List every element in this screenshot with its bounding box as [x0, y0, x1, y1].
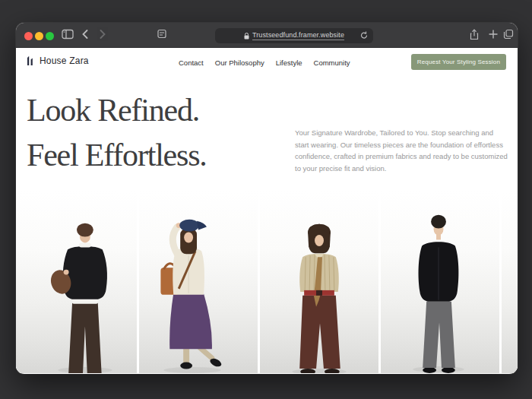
model-3-illustration	[260, 191, 378, 373]
model-4-hair	[431, 215, 446, 229]
model-photo-4	[381, 191, 499, 373]
site-header: House Zara Contact Our Philosophy Lifest…	[16, 48, 518, 78]
house-zara-logo-icon	[27, 55, 35, 66]
address-bar[interactable]: Trustseedfund.framer.website	[215, 28, 373, 43]
model-photo-1	[16, 191, 137, 373]
hero-heading-line1: Look Refined.	[27, 88, 207, 133]
nav-item-contact[interactable]: Contact	[179, 59, 204, 67]
model-2-cap-brim	[197, 221, 207, 230]
model-4-shoe-left	[423, 367, 436, 373]
hero-paragraph: Your Signature Wardrobe, Tailored to You…	[295, 127, 508, 174]
model-photo-3	[260, 191, 378, 373]
share-icon[interactable]	[470, 29, 479, 40]
model-2-cap	[179, 220, 199, 232]
nav-item-our-philosophy[interactable]: Our Philosophy	[215, 59, 264, 67]
model-photo-5-partial	[502, 191, 518, 373]
zoom-window-button[interactable]	[46, 32, 54, 40]
hero-heading-line2: Feel Effortless.	[27, 133, 207, 178]
brand-logo[interactable]: House Zara	[27, 55, 89, 66]
model-1-hair	[77, 223, 93, 237]
model-2-skirt	[169, 293, 212, 349]
lookbook-strip	[16, 191, 518, 373]
model-1-sweater	[63, 246, 107, 299]
model-3-face	[315, 235, 324, 246]
lock-icon	[244, 33, 249, 40]
reload-icon[interactable]	[360, 31, 368, 40]
model-4-trousers	[423, 302, 455, 368]
request-styling-session-button[interactable]: Request Your Styling Session	[411, 54, 506, 70]
model-3-buckle	[316, 290, 322, 296]
model-4-illustration	[381, 191, 499, 373]
tab-overview-icon[interactable]	[503, 29, 514, 40]
model-2-illustration	[139, 191, 258, 373]
minimize-window-button[interactable]	[35, 32, 43, 40]
nav-item-lifestyle[interactable]: Lifestyle	[276, 59, 302, 67]
model-1-trousers	[68, 303, 102, 373]
main-nav: Contact Our Philosophy Lifestyle Communi…	[179, 59, 350, 67]
back-icon[interactable]	[82, 30, 88, 39]
browser-window: Trustseedfund.framer.website	[16, 23, 518, 374]
model-4-shoe-right	[442, 367, 455, 373]
new-tab-icon[interactable]	[489, 30, 498, 39]
forward-icon[interactable]	[100, 30, 106, 39]
url-text: Trustseedfund.framer.website	[252, 31, 344, 40]
hero-heading: Look Refined. Feel Effortless.	[27, 88, 207, 178]
model-3-trousers	[299, 296, 340, 369]
browser-toolbar: Trustseedfund.framer.website	[16, 23, 518, 48]
nav-item-community[interactable]: Community	[314, 59, 350, 67]
close-window-button[interactable]	[24, 32, 33, 40]
model-2-face	[184, 233, 193, 243]
sidebar-icon[interactable]	[62, 29, 74, 40]
brand-name: House Zara	[40, 55, 89, 66]
web-page: House Zara Contact Our Philosophy Lifest…	[16, 48, 518, 373]
model-photo-2	[139, 191, 258, 373]
page-settings-icon[interactable]	[157, 29, 167, 39]
model-2-sock	[183, 347, 189, 364]
model-1-illustration	[16, 191, 136, 373]
model-2-shoe-left	[180, 363, 192, 369]
